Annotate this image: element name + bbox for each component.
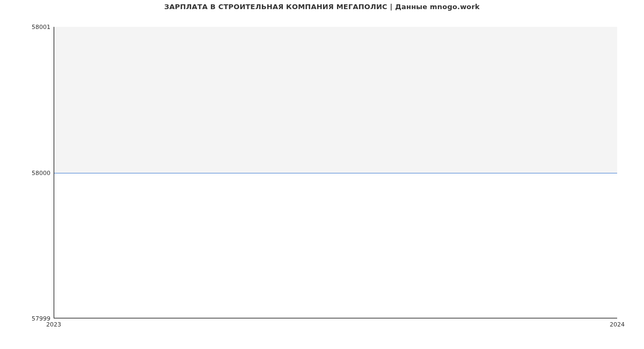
y-tick-label: 58001 [2,24,50,31]
plot-area [54,27,617,318]
x-tick-label: 2024 [610,321,625,328]
y-tick-label: 57999 [2,315,50,322]
chart-title: ЗАРПЛАТА В СТРОИТЕЛЬНАЯ КОМПАНИЯ МЕГАПОЛ… [0,3,644,11]
chart-container: ЗАРПЛАТА В СТРОИТЕЛЬНАЯ КОМПАНИЯ МЕГАПОЛ… [0,0,644,349]
y-tick-label: 58000 [2,169,50,176]
series-line-salary [54,173,617,173]
x-tick-label: 2023 [46,321,61,328]
plot-lower-band [54,173,617,318]
